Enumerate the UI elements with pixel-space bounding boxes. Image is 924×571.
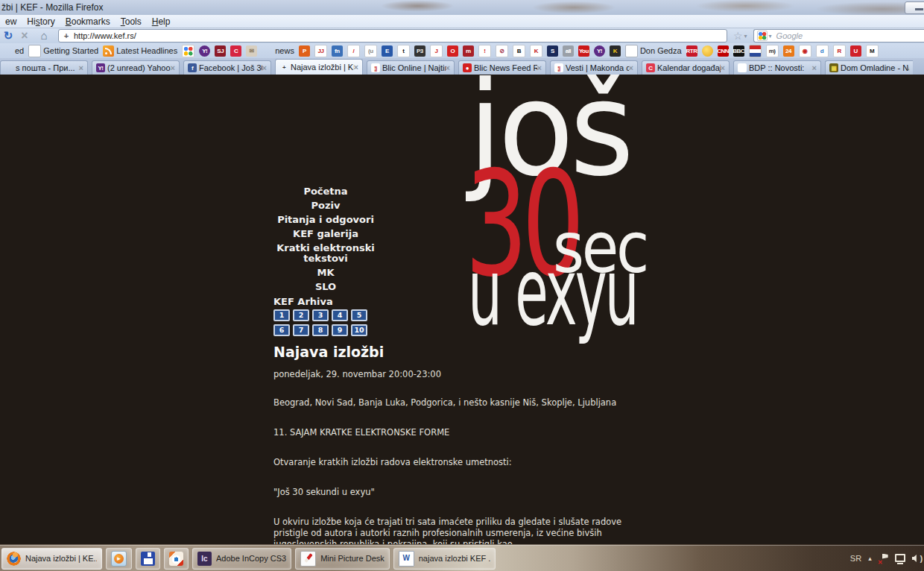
network-status-icon[interactable]: [879, 554, 888, 564]
taskbar-button[interactable]: Mini Picture Desk: [295, 548, 390, 570]
bookmark-item[interactable]: ◉: [799, 45, 811, 57]
bookmark-item[interactable]: Don Gedza: [625, 45, 682, 57]
google-search-engine-icon[interactable]: [757, 31, 768, 41]
taskbar-button[interactable]: Najava izložbi | KE...: [1, 548, 102, 570]
browser-tab[interactable]: BDP :: Novosti: ×: [733, 60, 821, 75]
taskbar-button[interactable]: najava izlozbi KEF ...: [393, 548, 496, 570]
tab-close-icon[interactable]: ×: [171, 63, 175, 72]
bookmark-item[interactable]: Y!: [594, 45, 605, 57]
browser-tab[interactable]: Y! (2 unread) Yahoo! Mail,... ×: [92, 60, 180, 75]
tab-close-icon[interactable]: ×: [262, 63, 267, 72]
bookmark-item[interactable]: ⊘: [496, 45, 508, 57]
bookmark-item[interactable]: news: [262, 45, 294, 57]
menu-item[interactable]: Bookmarks: [60, 16, 116, 27]
archive-page-button[interactable]: 1: [273, 309, 290, 321]
archive-page-button[interactable]: 5: [351, 309, 367, 321]
volume-icon[interactable]: [912, 555, 923, 563]
bookmark-star-icon[interactable]: [733, 30, 743, 42]
reload-icon[interactable]: [0, 29, 16, 42]
site-nav-link[interactable]: KEF galerija: [266, 229, 385, 239]
url-text[interactable]: http://www.kef.rs/: [74, 31, 136, 40]
bookmark-dropdown-arrow-icon[interactable]: [744, 33, 747, 40]
bookmark-item[interactable]: ed: [1, 45, 24, 57]
bookmark-item[interactable]: [749, 45, 762, 57]
bookmark-item[interactable]: m: [463, 45, 474, 57]
archive-page-button[interactable]: 6: [273, 324, 290, 336]
bookmark-item[interactable]: /: [347, 45, 360, 57]
bookmark-item[interactable]: C: [230, 45, 241, 57]
browser-tab[interactable]: ¦| Blic Online | Najtiražnij... ×: [367, 60, 455, 75]
archive-page-button[interactable]: 10: [351, 324, 367, 336]
minimize-button[interactable]: [905, 1, 924, 14]
tab-close-icon[interactable]: ×: [537, 63, 542, 72]
bookmark-item[interactable]: all: [563, 45, 574, 57]
bookmark-item[interactable]: U: [850, 45, 861, 57]
bookmark-item[interactable]: 24: [783, 45, 794, 57]
bookmark-item[interactable]: [702, 45, 713, 57]
tab-close-icon[interactable]: ×: [721, 63, 725, 72]
tab-close-icon[interactable]: ×: [79, 63, 83, 72]
bookmark-item[interactable]: J: [430, 45, 443, 57]
search-engine-dropdown-icon[interactable]: [769, 33, 772, 40]
menu-item[interactable]: ew: [0, 16, 22, 27]
language-indicator[interactable]: SR: [850, 554, 861, 563]
archive-page-button[interactable]: 2: [293, 309, 309, 321]
bookmark-item[interactable]: !: [478, 45, 491, 57]
stop-icon[interactable]: [16, 29, 33, 42]
site-nav-link[interactable]: SLO: [266, 282, 385, 292]
archive-page-button[interactable]: 8: [312, 324, 329, 336]
tab-close-icon[interactable]: ×: [629, 63, 633, 72]
bookmark-item[interactable]: BBC: [733, 45, 744, 57]
taskbar-button[interactable]: [164, 548, 189, 570]
browser-tab[interactable]: f Facebook | Još 30 seku... ×: [183, 60, 271, 75]
bookmark-item[interactable]: RTR: [686, 45, 697, 57]
bookmark-item[interactable]: K: [610, 45, 621, 57]
tab-close-icon[interactable]: ×: [354, 63, 358, 72]
bookmark-item[interactable]: [182, 45, 194, 57]
menu-item[interactable]: Help: [147, 16, 176, 27]
browser-tab[interactable]: ¦| Vesti | Makonda cms ×: [550, 60, 638, 75]
site-nav-link[interactable]: MK: [266, 268, 385, 278]
browser-tab[interactable]: ▦ Dom Omladine - Naslo...: [825, 60, 913, 75]
bookmark-item[interactable]: P: [299, 45, 310, 57]
taskbar-button[interactable]: [136, 548, 160, 570]
menu-item[interactable]: Tools: [116, 16, 147, 27]
bookmark-item[interactable]: E: [382, 45, 393, 57]
window-titlebar[interactable]: žbi | KEF - Mozilla Firefox: [0, 0, 924, 15]
home-icon[interactable]: [36, 29, 52, 42]
browser-tab[interactable]: ● Blic News Feed Reader ×: [458, 60, 546, 75]
bookmark-item[interactable]: Getting Started: [28, 45, 98, 57]
site-nav-link[interactable]: Pitanja i odgovori: [266, 215, 385, 225]
archive-page-button[interactable]: 3: [312, 309, 329, 321]
bookmark-item[interactable]: Latest Headlines: [103, 45, 177, 57]
bookmark-item[interactable]: B: [513, 45, 525, 57]
bookmark-item[interactable]: You: [578, 45, 589, 57]
bookmark-item[interactable]: S: [547, 45, 558, 57]
bookmark-item[interactable]: ✉: [246, 45, 257, 57]
show-hidden-icons-icon[interactable]: [868, 555, 872, 562]
browser-tab[interactable]: C Kalendar događaja | SE... ×: [642, 60, 730, 75]
bookmark-item[interactable]: K: [530, 45, 542, 57]
url-bar[interactable]: http://www.kef.rs/: [58, 29, 727, 42]
bookmark-item[interactable]: M: [866, 45, 879, 57]
taskbar-button[interactable]: [106, 548, 132, 570]
archive-page-button[interactable]: 7: [293, 324, 309, 336]
browser-tab[interactable]: + Najava izložbi | KEF ×: [275, 59, 363, 75]
bookmark-item[interactable]: m): [766, 45, 779, 57]
archive-page-button[interactable]: 4: [332, 309, 348, 321]
bookmark-item[interactable]: t: [397, 45, 410, 57]
site-nav-link[interactable]: Poziv: [266, 201, 385, 211]
bookmark-item[interactable]: R: [833, 45, 846, 57]
site-nav-link[interactable]: Kratki elektronski tekstovi: [266, 243, 385, 264]
bookmark-item[interactable]: (u: [364, 45, 377, 57]
bookmark-item[interactable]: d: [816, 45, 829, 57]
bookmark-item[interactable]: JJ: [314, 45, 327, 57]
bookmark-item[interactable]: Y!: [199, 45, 210, 57]
tab-close-icon[interactable]: ×: [446, 63, 450, 72]
taskbar-button[interactable]: Adobe InCopy CS3: [192, 548, 291, 570]
bookmark-item[interactable]: P3: [414, 45, 425, 57]
bookmark-item[interactable]: SJ: [215, 45, 226, 57]
search-box[interactable]: Google: [753, 29, 924, 42]
menu-item[interactable]: History: [22, 16, 60, 27]
bookmark-item[interactable]: fn: [332, 45, 343, 57]
